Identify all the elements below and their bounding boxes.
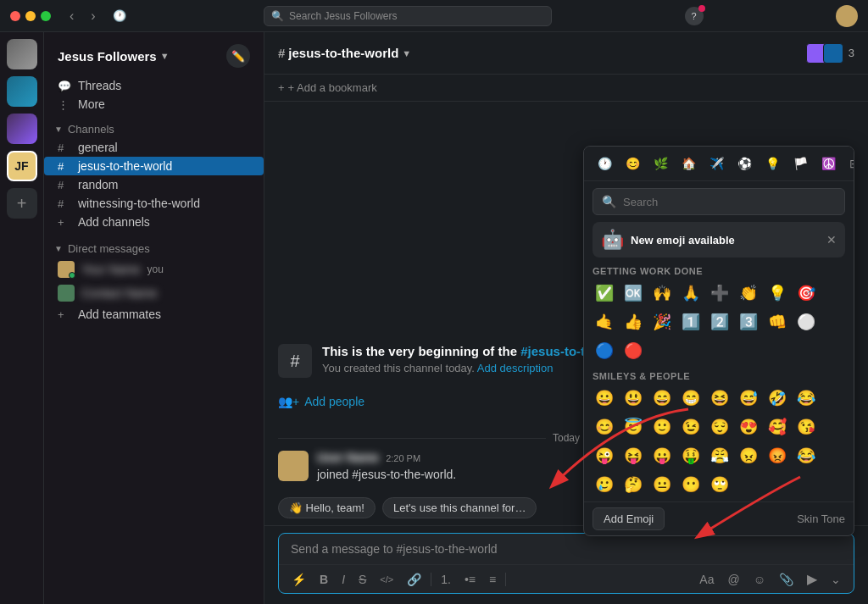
history-button[interactable]: 🕐 — [108, 8, 131, 24]
emoji-cry-smile[interactable]: 🥲 — [591, 471, 618, 498]
member-avatars[interactable]: 3 — [810, 43, 854, 64]
emoji-two[interactable]: 2️⃣ — [706, 308, 733, 335]
add-teammates-button[interactable]: + Add teammates — [44, 305, 264, 324]
emoji-smiley[interactable]: 😃 — [620, 385, 647, 412]
edit-workspace-button[interactable]: ✏️ — [226, 44, 250, 68]
add-channels-button[interactable]: + Add channels — [44, 213, 264, 231]
emoji-tab-custom[interactable]: ☮️ — [816, 153, 841, 174]
workspace-icon-1[interactable] — [7, 39, 37, 69]
emoji-no-mouth[interactable]: 😶 — [677, 471, 704, 498]
emoji-kissing[interactable]: 😘 — [793, 413, 820, 441]
suggestion-pill-2[interactable]: Let's use this channel for… — [382, 497, 537, 518]
emoji-thumbsup[interactable]: 👍 — [620, 308, 647, 335]
emoji-target[interactable]: 🎯 — [793, 280, 820, 307]
emoji-rofl[interactable]: 🤣 — [764, 385, 791, 412]
emoji-heart-eyes[interactable]: 😍 — [735, 413, 762, 441]
dm-section-header[interactable]: ▼ Direct messages — [44, 240, 264, 258]
add-bookmark-button[interactable]: + + Add a bookmark — [278, 81, 377, 94]
emoji-raised-hands[interactable]: 🙌 — [648, 280, 676, 307]
channels-section-header[interactable]: ▼ Channels — [44, 120, 264, 138]
emoji-rage[interactable]: 😡 — [764, 442, 791, 469]
bold-button[interactable]: B — [315, 570, 332, 589]
attach-button[interactable]: 📎 — [775, 570, 798, 589]
emoji-stuck-out-tongue-closed[interactable]: 😝 — [620, 442, 647, 469]
workspace-icon-3[interactable] — [7, 114, 37, 144]
emoji-party[interactable]: 🎉 — [648, 308, 676, 335]
nav-forward-button[interactable]: › — [86, 7, 100, 25]
link-button[interactable]: 🔗 — [403, 570, 426, 589]
emoji-plus[interactable]: ➕ — [706, 280, 733, 307]
emoji-three[interactable]: 3️⃣ — [735, 308, 762, 335]
sidebar-item-jesus-to-the-world[interactable]: # jesus-to-the-world — [44, 157, 264, 175]
emoji-angry[interactable]: 😠 — [735, 442, 762, 469]
search-bar[interactable]: 🔍 Search Jesus Followers — [264, 6, 552, 26]
emoji-white-circle[interactable]: ⚪ — [793, 308, 820, 335]
nav-back-button[interactable]: ‹ — [64, 7, 79, 25]
emoji-stuck-out-tongue-wink[interactable]: 😜 — [591, 442, 618, 469]
emoji-stuck-out-tongue[interactable]: 😛 — [648, 442, 676, 469]
emoji-thinking[interactable]: 🤔 — [620, 471, 647, 498]
suggestion-pill-1[interactable]: 👋 Hello, team! — [278, 497, 376, 518]
ordered-list-button[interactable]: 1. — [437, 570, 455, 589]
fullscreen-button[interactable] — [41, 11, 51, 21]
emoji-tab-flags[interactable]: 🏳️ — [788, 153, 813, 174]
help-button[interactable]: ? — [685, 7, 704, 25]
emoji-slightly-smiling[interactable]: 🙂 — [648, 413, 676, 441]
code-button[interactable]: </> — [376, 572, 398, 587]
add-workspace-button[interactable]: + — [7, 188, 37, 219]
add-emoji-button[interactable]: Add Emoji — [593, 507, 665, 530]
emoji-eyeroll[interactable]: 🙄 — [706, 471, 733, 498]
emoji-bulb[interactable]: 💡 — [764, 280, 791, 307]
emoji-red-circle[interactable]: 🔴 — [620, 337, 647, 364]
indent-button[interactable]: ≡ — [485, 570, 500, 589]
emoji-grinning[interactable]: 😀 — [591, 385, 618, 412]
emoji-clap[interactable]: 👏 — [735, 280, 762, 307]
workspace-name[interactable]: Jesus Followers ▼ — [58, 49, 170, 64]
emoji-search-bar[interactable]: 🔍 — [593, 188, 845, 215]
sidebar-item-witnessing[interactable]: # witnessing-to-the-world — [44, 194, 264, 213]
user-avatar[interactable] — [836, 5, 858, 27]
add-description-link[interactable]: Add description — [477, 362, 554, 374]
emoji-ok[interactable]: 🆗 — [620, 280, 647, 307]
emoji-tab-grid[interactable]: ⊞ — [844, 153, 854, 174]
emoji-innocent[interactable]: 😇 — [620, 413, 647, 441]
emoji-tab-travel[interactable]: ✈️ — [704, 153, 729, 174]
emoji-tab-smileys[interactable]: 😊 — [620, 153, 645, 174]
emoji-tab-activities[interactable]: ⚽ — [732, 153, 757, 174]
dm-item-2[interactable]: Contact Name — [44, 281, 264, 305]
bolt-button[interactable]: ⚡ — [287, 570, 310, 589]
message-input[interactable]: Send a message to #jesus-to-the-world — [279, 534, 854, 564]
emoji-tab-nature[interactable]: 🌿 — [648, 153, 673, 174]
emoji-grin[interactable]: 😁 — [677, 385, 704, 412]
emoji-money-mouth[interactable]: 🤑 — [677, 442, 704, 469]
emoji-search-input[interactable] — [623, 196, 836, 208]
emoji-checkmark[interactable]: ✅ — [591, 280, 618, 307]
emoji-smiling-hearts[interactable]: 🥰 — [764, 413, 791, 441]
dm-item-you[interactable]: Your Name you — [44, 258, 264, 281]
format-button[interactable]: Aa — [695, 570, 718, 589]
sidebar-item-general[interactable]: # general — [44, 138, 264, 157]
send-button[interactable]: ▶ — [803, 568, 821, 590]
close-button[interactable] — [10, 11, 20, 21]
more-options-button[interactable]: ⌄ — [826, 570, 845, 589]
strikethrough-button[interactable]: S — [354, 570, 370, 589]
sidebar-item-threads[interactable]: 💬 Threads — [44, 76, 264, 95]
emoji-joy[interactable]: 😂 — [793, 385, 820, 412]
at-mention-button[interactable]: @ — [723, 570, 743, 589]
emoji-blue-circle[interactable]: 🔵 — [591, 337, 618, 364]
emoji-neutral[interactable]: 😐 — [648, 471, 676, 498]
emoji-smile[interactable]: 😄 — [648, 385, 676, 412]
workspace-icon-2[interactable] — [7, 76, 37, 107]
emoji-tab-objects[interactable]: 🏠 — [676, 153, 701, 174]
emoji-call[interactable]: 🤙 — [591, 308, 618, 335]
emoji-laughing[interactable]: 😆 — [706, 385, 733, 412]
minimize-button[interactable] — [25, 11, 36, 21]
emoji-button[interactable]: ☺ — [749, 570, 770, 589]
emoji-one[interactable]: 1️⃣ — [677, 308, 704, 335]
emoji-tab-symbols[interactable]: 💡 — [760, 153, 785, 174]
emoji-tab-recent[interactable]: 🕐 — [593, 153, 617, 174]
emoji-banner-close-button[interactable]: ✕ — [826, 233, 837, 247]
emoji-blush[interactable]: 😊 — [591, 413, 618, 441]
emoji-pray[interactable]: 🙏 — [677, 280, 704, 307]
emoji-sweat-smile[interactable]: 😅 — [735, 385, 762, 412]
